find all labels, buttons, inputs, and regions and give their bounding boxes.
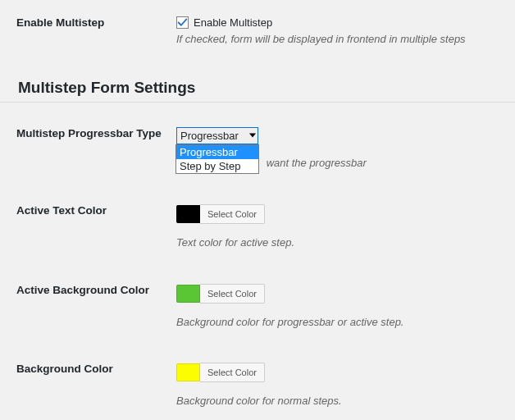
- row-label-bg: Background Color: [0, 346, 176, 420]
- row-label-active-text: Active Text Color: [0, 188, 176, 267]
- section-rule: [0, 102, 515, 103]
- check-icon: [177, 17, 188, 28]
- enable-multistep-label: Enable Multistep: [194, 16, 272, 29]
- bg-swatch[interactable]: [176, 363, 200, 381]
- row-label-enable: Enable Multistep: [0, 0, 176, 64]
- active-bg-swatch[interactable]: [176, 285, 200, 303]
- section-title: Multistep Form Settings: [18, 79, 515, 97]
- progressbar-dropdown: Progressbar Step by Step: [175, 144, 259, 174]
- progressbar-selected-value: Progressbar: [180, 130, 239, 142]
- active-text-swatch[interactable]: [176, 205, 200, 223]
- enable-multistep-checkbox[interactable]: [176, 16, 189, 29]
- active-text-color-field: Select Color: [176, 204, 507, 224]
- bg-color-field: Select Color: [176, 363, 507, 382]
- bg-desc: Background color for normal steps.: [176, 394, 507, 409]
- progressbar-select-wrap: Progressbar Progressbar Step by Step: [176, 127, 258, 144]
- bg-select-color-button[interactable]: Select Color: [200, 363, 265, 382]
- active-text-desc: Text color for active step.: [176, 235, 507, 251]
- row-active-bg-color: Active Background Color Select Color Bac…: [0, 267, 515, 347]
- progressbar-desc-suffix: want the progressbar: [267, 157, 367, 169]
- enable-multistep-desc: If checked, form will be displayed in fr…: [176, 32, 507, 48]
- progressbar-option-progressbar[interactable]: Progressbar: [176, 145, 258, 159]
- active-bg-select-color-button[interactable]: Select Color: [200, 284, 265, 304]
- active-bg-color-field: Select Color: [176, 284, 507, 304]
- row-label-progressbar: Multistep Progressbar Type: [0, 111, 176, 188]
- progressbar-type-select[interactable]: Progressbar: [176, 127, 258, 144]
- active-bg-desc: Background color for progressbar or acti…: [176, 315, 507, 331]
- row-enable-multistep: Enable Multistep Enable Multistep If che…: [0, 0, 515, 64]
- multistep-settings-table: Multistep Progressbar Type Progressbar P…: [0, 111, 515, 420]
- progressbar-option-stepbystep[interactable]: Step by Step: [176, 159, 258, 173]
- row-label-active-bg: Active Background Color: [0, 267, 176, 347]
- enable-multistep-field: Enable Multistep: [176, 16, 507, 29]
- settings-table: Enable Multistep Enable Multistep If che…: [0, 0, 515, 64]
- row-bg-color: Background Color Select Color Background…: [0, 346, 515, 420]
- row-progressbar-type: Multistep Progressbar Type Progressbar P…: [0, 111, 515, 188]
- chevron-down-icon: [249, 134, 256, 138]
- active-text-select-color-button[interactable]: Select Color: [200, 204, 265, 224]
- row-active-text-color: Active Text Color Select Color Text colo…: [0, 188, 515, 267]
